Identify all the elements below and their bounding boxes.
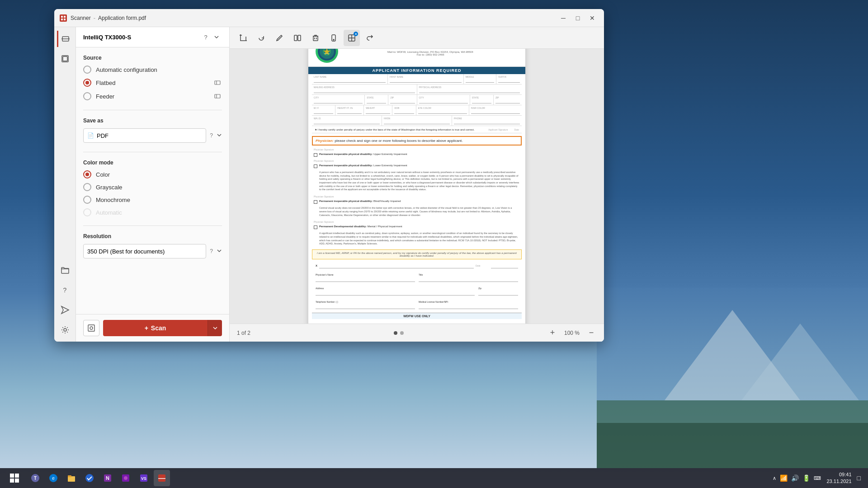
taskbar-app-edge[interactable]: e (45, 470, 61, 486)
save-as-row: 📄 PDF ? (83, 128, 222, 143)
taskbar-app-teams[interactable]: T (27, 470, 43, 486)
form-row-1: LAST NAME FIRST NAME MIDDLE (312, 74, 522, 84)
taskbar-app-onenote2[interactable] (118, 470, 134, 486)
checkbox-box-4 (314, 225, 317, 229)
source-title: Source (83, 55, 222, 61)
doc-title-area: WASHINGTON DEPARTMENT OF FISH AND WILDLI… (343, 49, 518, 56)
color-radio-grayscale (83, 183, 91, 191)
sidebar-item-folder[interactable] (57, 262, 73, 278)
svg-rect-7 (61, 19, 63, 20)
resolution-chevron[interactable] (217, 248, 222, 254)
taskbar-app-vs[interactable]: VS (136, 470, 152, 486)
maximize-button[interactable]: □ (571, 12, 584, 24)
resolution-dropdown[interactable]: 350 DPI (Best for documents) (83, 244, 206, 258)
checkbox-box-3 (314, 200, 317, 204)
resolution-help[interactable]: ? (210, 248, 213, 254)
close-button[interactable]: ✕ (586, 12, 599, 24)
zoom-percent: 100 % (561, 330, 583, 336)
physician-instruction: please check and sign one or more follow… (335, 139, 462, 143)
rotate-button[interactable] (253, 30, 269, 46)
feeder-settings-icon[interactable] (213, 92, 222, 101)
source-label-feeder: Feeder (96, 93, 208, 100)
taskbar-sys-icons: ∧ 📶 🔊 🔋 ⌨ (773, 474, 821, 482)
checkbox-box-1 (314, 153, 317, 157)
source-option-flatbed[interactable]: Flatbed (83, 78, 222, 87)
svg-rect-8 (64, 19, 66, 20)
flatbed-settings-icon[interactable] (213, 78, 222, 87)
sidebar-item-send[interactable] (57, 302, 73, 318)
volume-icon[interactable]: 🔊 (791, 474, 799, 482)
save-as-chevron[interactable] (217, 132, 222, 139)
form-cell-zip: ZIP (388, 95, 417, 105)
page-dot-2[interactable] (400, 331, 404, 335)
source-option-auto[interactable]: Automatic configuration (83, 66, 222, 74)
svg-rect-51 (158, 474, 165, 482)
wdfw-box: WDFW USE ONLY (312, 313, 522, 319)
form-cell-eyecolor: EYE COLOR (416, 105, 469, 115)
resolution-title: Resolution (83, 233, 222, 239)
split-button[interactable] (289, 30, 306, 46)
source-radio-flatbed (83, 79, 91, 87)
wifi-icon[interactable]: 📶 (780, 474, 788, 482)
preview-area[interactable]: Bureau of Wildlife WASHINGTON DEPARTMENT… (230, 49, 604, 324)
crop-button[interactable] (235, 30, 251, 46)
form-cell-state: STATE (365, 95, 388, 105)
color-option-grayscale[interactable]: Grayscale (83, 183, 222, 191)
taskbar-clock[interactable]: 09:41 23.11.2021 (826, 471, 851, 485)
sidebar-item-scan[interactable] (57, 31, 73, 47)
sidebar-item-layers[interactable] (57, 51, 73, 67)
start-button[interactable] (7, 471, 22, 485)
scan-settings-button[interactable]: ● (344, 30, 360, 46)
form-row-2: MAILING ADDRESS PHYSICAL ADDRESS (312, 84, 522, 95)
color-option-monochrome[interactable]: Monochrome (83, 196, 222, 204)
zoom-in-button[interactable]: + (547, 328, 558, 338)
scanner-header: IntelliQ TX3000-S ? (76, 27, 229, 47)
checkbox-4: Permanent Developmental disability: Ment… (314, 225, 520, 229)
save-as-help[interactable]: ? (210, 132, 213, 139)
sidebar-item-help[interactable]: ? (57, 282, 73, 298)
toolbar: ● (230, 27, 604, 49)
keyboard-icon[interactable]: ⌨ (814, 475, 821, 481)
zoom-out-button[interactable]: − (586, 328, 597, 338)
doc-section-title: APPLICANT INFORMATION REQUIRED (308, 67, 525, 74)
page-dot-1[interactable] (394, 331, 397, 335)
left-panel: IntelliQ TX3000-S ? Source Automatic con… (76, 27, 230, 342)
color-label-grayscale: Grayscale (96, 184, 222, 191)
color-option-color[interactable]: Color (83, 170, 222, 178)
annotate-button[interactable] (271, 30, 288, 46)
svg-rect-17 (215, 94, 220, 98)
taskbar-app-todo[interactable] (81, 470, 98, 486)
taskbar-app-onenote[interactable]: N (99, 470, 116, 486)
svg-rect-21 (294, 35, 297, 41)
svg-text:N: N (106, 475, 109, 481)
chevron-up-icon[interactable]: ∧ (773, 475, 776, 481)
form-row-3: CITY STATE ZIP (312, 95, 522, 105)
color-label-monochrome: Monochrome (96, 197, 222, 203)
share-button[interactable] (362, 30, 378, 46)
preview-button[interactable] (83, 320, 99, 336)
taskbar-app-scanner[interactable] (154, 470, 170, 486)
source-radio-feeder (83, 92, 91, 100)
minimize-button[interactable]: ─ (557, 12, 570, 24)
wdfw-fields: Approved By: Date: (312, 319, 522, 324)
right-panel: ● (230, 27, 604, 342)
source-option-feeder[interactable]: Feeder (83, 92, 222, 101)
sidebar-item-settings[interactable] (57, 322, 73, 338)
form-cell-gender: M / F (312, 105, 335, 115)
send-to-phone-button[interactable] (326, 30, 342, 46)
scanner-chevron-button[interactable] (211, 32, 222, 42)
scan-button[interactable]: + Scan (103, 320, 208, 336)
scan-dropdown-button[interactable] (208, 320, 222, 336)
delete-button[interactable] (307, 30, 324, 46)
color-label-automatic: Automatic (96, 209, 222, 216)
svg-point-14 (64, 328, 66, 331)
taskbar-app-files[interactable] (63, 470, 80, 486)
svg-point-48 (124, 476, 127, 480)
scanner-help-button[interactable]: ? (200, 32, 211, 42)
notification-icon[interactable]: □ (857, 474, 861, 482)
svg-rect-6 (64, 16, 66, 18)
save-as-dropdown[interactable]: 📄 PDF (83, 128, 206, 143)
battery-icon[interactable]: 🔋 (802, 474, 810, 482)
doc-form: LAST NAME FIRST NAME MIDDLE (308, 74, 525, 324)
svg-text:T: T (34, 476, 37, 481)
